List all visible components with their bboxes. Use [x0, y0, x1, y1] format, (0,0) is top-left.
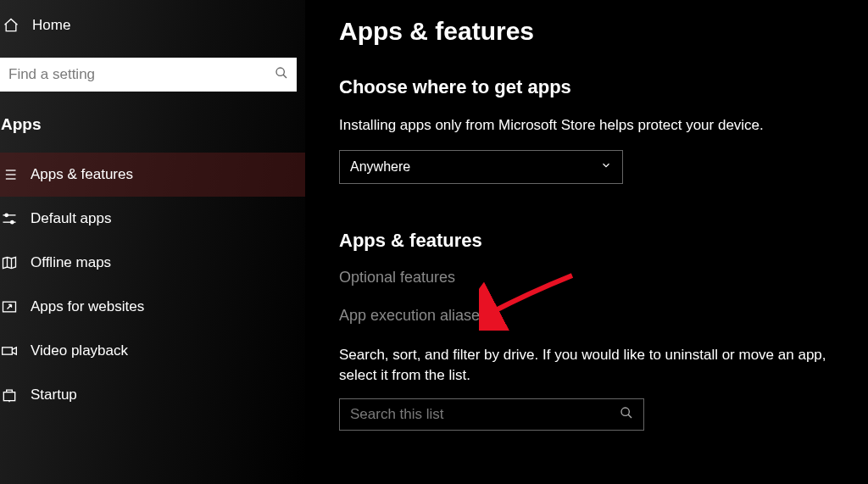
map-icon — [0, 254, 19, 271]
list-icon — [0, 166, 19, 183]
main-content: Apps & features Choose where to get apps… — [305, 0, 868, 484]
find-setting-search[interactable] — [0, 58, 297, 92]
home-label: Home — [32, 17, 70, 34]
svg-point-15 — [621, 408, 629, 415]
settings-sidebar: Home Apps Apps & features Default apps O… — [0, 0, 305, 484]
startup-icon — [0, 387, 19, 403]
sidebar-item-label: Video playback — [31, 342, 128, 359]
sidebar-item-label: Default apps — [31, 210, 111, 227]
optional-features-link[interactable]: Optional features — [339, 269, 834, 287]
search-icon — [275, 66, 288, 83]
dropdown-value: Anywhere — [350, 159, 410, 175]
sidebar-item-label: Apps & features — [31, 166, 133, 183]
apps-list-info: Search, sort, and filter by drive. If yo… — [339, 345, 834, 387]
sidebar-item-default-apps[interactable]: Default apps — [0, 197, 305, 241]
svg-rect-14 — [3, 392, 14, 401]
find-setting-input[interactable] — [8, 66, 275, 83]
home-icon — [2, 17, 20, 34]
sidebar-item-startup[interactable]: Startup — [0, 373, 305, 417]
apps-list-search[interactable] — [339, 398, 644, 431]
app-source-dropdown[interactable]: Anywhere — [339, 150, 623, 184]
svg-line-1 — [283, 75, 287, 78]
video-icon — [0, 342, 19, 359]
page-title: Apps & features — [339, 17, 834, 46]
sidebar-item-apps-websites[interactable]: Apps for websites — [0, 285, 305, 329]
svg-point-0 — [276, 68, 284, 75]
svg-point-11 — [11, 221, 14, 224]
svg-point-9 — [5, 214, 8, 216]
sidebar-item-label: Startup — [31, 387, 77, 403]
sidebar-category: Apps — [1, 115, 305, 134]
apps-list-search-input[interactable] — [350, 406, 620, 423]
svg-rect-13 — [3, 348, 13, 354]
sidebar-item-apps-features[interactable]: Apps & features — [0, 153, 305, 197]
choose-apps-description: Installing apps only from Microsoft Stor… — [339, 115, 834, 136]
chevron-down-icon — [600, 159, 612, 175]
sidebar-item-label: Offline maps — [31, 254, 111, 271]
home-nav-item[interactable]: Home — [0, 7, 305, 44]
search-icon — [620, 406, 633, 423]
apps-features-heading: Apps & features — [339, 230, 834, 252]
app-execution-aliases-link[interactable]: App execution aliases — [339, 307, 834, 325]
open-external-icon — [0, 298, 19, 315]
sidebar-item-offline-maps[interactable]: Offline maps — [0, 241, 305, 285]
sidebar-item-video-playback[interactable]: Video playback — [0, 329, 305, 373]
defaults-icon — [0, 210, 19, 227]
sidebar-item-label: Apps for websites — [31, 298, 144, 315]
svg-line-16 — [628, 414, 632, 418]
choose-apps-heading: Choose where to get apps — [339, 76, 834, 98]
